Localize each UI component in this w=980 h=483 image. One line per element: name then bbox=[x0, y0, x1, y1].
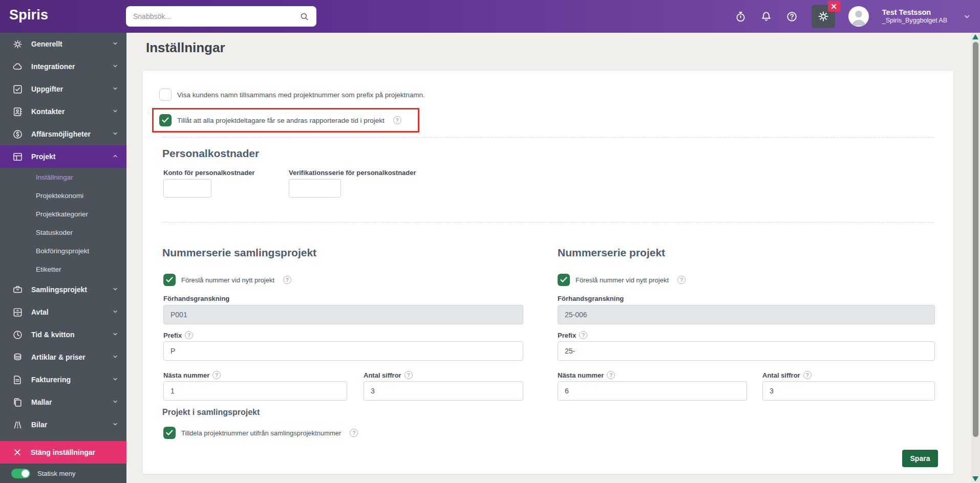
save-button[interactable]: Spara bbox=[902, 450, 938, 467]
dollar-circle-icon bbox=[12, 129, 23, 140]
help-icon[interactable]: ? bbox=[393, 116, 401, 124]
user-menu-chevron-icon[interactable] bbox=[961, 10, 973, 23]
preview-input-right bbox=[558, 305, 935, 324]
sidebar-subitem-projektekonomi[interactable]: Projektekonomi bbox=[0, 186, 126, 205]
help-icon[interactable]: ? bbox=[607, 371, 615, 379]
sidebar-subitem-bokforingsprojekt[interactable]: Bokföringsprojekt bbox=[0, 242, 126, 260]
checkbox-checked[interactable] bbox=[163, 427, 176, 439]
subsection-heading: Projekt i samlingsprojekt bbox=[162, 408, 260, 417]
help-icon[interactable]: ? bbox=[185, 331, 193, 339]
checkmark-icon bbox=[162, 117, 169, 123]
suggest-number-row-right: Föreslå nummer vid nytt projekt ? bbox=[558, 274, 686, 286]
digits-input-left[interactable] bbox=[364, 381, 523, 401]
checkbox-checked[interactable] bbox=[163, 274, 176, 286]
x-icon bbox=[831, 4, 837, 9]
user-info[interactable]: Test Testsson _Spiris_Byggbolget AB bbox=[882, 8, 947, 25]
sidebar-item-avtal[interactable]: Avtal bbox=[0, 301, 126, 323]
search-box[interactable] bbox=[126, 6, 316, 27]
scroll-up-arrow[interactable] bbox=[972, 34, 978, 39]
sidebar-subitem-projektkategorier[interactable]: Projektkategorier bbox=[0, 205, 126, 223]
chevron-up-icon bbox=[112, 152, 118, 161]
close-settings-button[interactable]: Stäng inställningar bbox=[0, 441, 126, 464]
settings-card: Visa kundens namn tillsammans med projek… bbox=[142, 70, 954, 474]
help-icon[interactable]: ? bbox=[677, 276, 686, 284]
help-circle-icon[interactable] bbox=[786, 10, 798, 23]
gear-icon bbox=[12, 39, 23, 50]
sidebar-label: Projekt bbox=[31, 152, 55, 161]
chevron-down-icon bbox=[112, 130, 118, 138]
sidebar-label: Affärsmöjligheter bbox=[31, 130, 91, 138]
sidebar-label: Kontakter bbox=[31, 107, 65, 116]
prefix-input-right[interactable] bbox=[558, 341, 935, 361]
page-title: Inställningar bbox=[146, 40, 225, 56]
help-icon[interactable]: ? bbox=[212, 371, 221, 379]
app-screen: Spiris bbox=[0, 0, 980, 483]
sidebar-item-artiklar-priser[interactable]: Artiklar & priser bbox=[0, 346, 126, 368]
sidebar-item-kontakter[interactable]: Kontakter bbox=[0, 100, 126, 123]
chevron-down-icon bbox=[112, 286, 118, 294]
gear-icon bbox=[817, 10, 829, 23]
sidebar-item-affarsmojligheter[interactable]: Affärsmöjligheter bbox=[0, 123, 126, 145]
prefix-input-left[interactable] bbox=[163, 341, 523, 361]
sidebar-item-integrationer[interactable]: Integrationer bbox=[0, 55, 126, 78]
search-input[interactable] bbox=[133, 12, 298, 20]
field-label: Prefix ? bbox=[163, 331, 193, 339]
field-label: Antal siffror ? bbox=[762, 371, 812, 379]
static-menu-toggle[interactable] bbox=[11, 469, 30, 478]
help-icon[interactable]: ? bbox=[803, 371, 812, 379]
next-number-input-right[interactable] bbox=[558, 381, 747, 401]
sidebar-subitem-statuskoder[interactable]: Statuskoder bbox=[0, 223, 126, 242]
sidebar-item-tid-kvitton[interactable]: Tid & kvitton bbox=[0, 323, 126, 346]
checkbox-checked[interactable] bbox=[159, 114, 172, 126]
verification-input[interactable] bbox=[289, 179, 341, 197]
close-icon bbox=[13, 448, 22, 456]
sidebar-item-fakturering[interactable]: Fakturering bbox=[0, 368, 126, 391]
scroll-down-arrow[interactable] bbox=[972, 476, 978, 481]
next-number-input-left[interactable] bbox=[163, 381, 347, 401]
chevron-down-icon bbox=[112, 331, 118, 339]
sidebar-item-samlingsprojekt[interactable]: Samlingsprojekt bbox=[0, 278, 126, 301]
check-square-icon bbox=[12, 84, 23, 95]
field-label: Nästa nummer ? bbox=[163, 371, 221, 379]
help-icon[interactable]: ? bbox=[404, 371, 413, 379]
divider bbox=[162, 137, 934, 138]
checkbox-checked[interactable] bbox=[558, 274, 570, 286]
bell-icon[interactable] bbox=[760, 10, 773, 23]
search-icon bbox=[298, 10, 310, 23]
scrollbar-thumb[interactable] bbox=[973, 42, 978, 437]
help-icon[interactable]: ? bbox=[283, 276, 291, 284]
sidebar-label: Artiklar & priser bbox=[31, 353, 86, 361]
timer-icon[interactable] bbox=[735, 10, 747, 23]
sidebar-item-uppgifter[interactable]: Uppgifter bbox=[0, 78, 126, 100]
avatar[interactable] bbox=[848, 6, 869, 27]
close-settings-badge[interactable] bbox=[828, 1, 840, 12]
sidebar-item-bilar[interactable]: Bilar bbox=[0, 413, 126, 436]
sidebar-item-mallar[interactable]: Mallar bbox=[0, 391, 126, 413]
account-input[interactable] bbox=[163, 179, 211, 197]
user-company: _Spiris_Byggbolget AB bbox=[882, 17, 947, 25]
top-header: Spiris bbox=[0, 0, 980, 33]
checkbox-unchecked[interactable] bbox=[159, 89, 172, 101]
cloud-icon bbox=[12, 61, 23, 72]
sidebar-item-projekt[interactable]: Projekt bbox=[0, 145, 126, 168]
field-label: Prefix ? bbox=[558, 331, 587, 339]
app-logo[interactable]: Spiris bbox=[9, 7, 48, 23]
document-icon bbox=[12, 375, 23, 385]
sidebar-subitem-etiketter[interactable]: Etiketter bbox=[0, 260, 126, 278]
checkbox-row-customer-name: Visa kundens namn tillsammans med projek… bbox=[159, 89, 425, 101]
digits-input-right[interactable] bbox=[762, 381, 935, 401]
person-icon bbox=[848, 6, 869, 27]
settings-gear-button[interactable] bbox=[812, 5, 835, 28]
suggest-number-row-left: Föreslå nummer vid nytt projekt ? bbox=[163, 274, 291, 286]
chevron-down-icon bbox=[112, 62, 118, 71]
main-content: Inställningar Visa kundens namn tillsamm… bbox=[126, 33, 980, 483]
chevron-down-icon bbox=[112, 353, 118, 361]
sidebar-subitem-installningar[interactable]: Inställningar bbox=[0, 168, 126, 186]
help-icon[interactable]: ? bbox=[350, 429, 358, 437]
sidebar-item-generellt[interactable]: Generellt bbox=[0, 33, 126, 55]
checkbox-label: Visa kundens namn tillsammans med projek… bbox=[177, 91, 425, 99]
help-icon[interactable]: ? bbox=[579, 331, 587, 339]
section-heading-series-left: Nummerserie samlingsprojekt bbox=[162, 247, 316, 259]
sidebar-label: Tid & kvitton bbox=[31, 331, 75, 339]
checkmark-icon bbox=[560, 277, 567, 283]
